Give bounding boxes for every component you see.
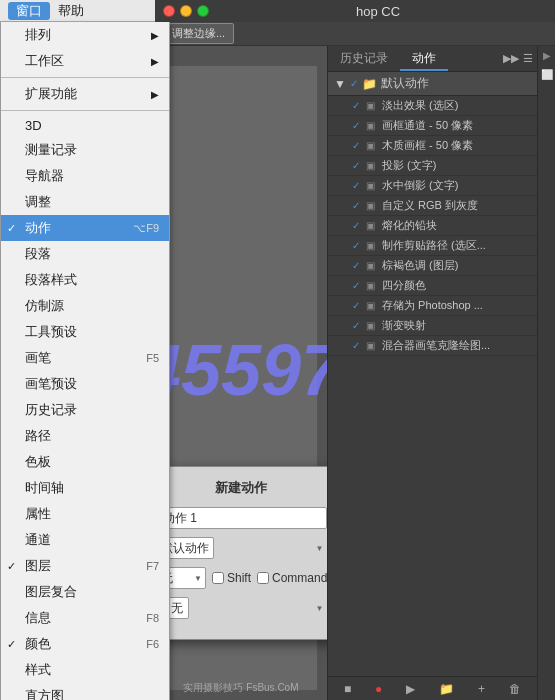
menu-item-色板[interactable]: 色板 [1,449,169,475]
action-type-icon: ▣ [366,320,382,331]
menu-item-画笔[interactable]: 画笔F5 [1,345,169,371]
action-item[interactable]: ✓▣渐变映射 [328,316,537,336]
menu-item-label: 信息 [25,609,51,627]
tab-actions[interactable]: 动作 [400,46,448,71]
action-name-label: 棕褐色调 (图层) [382,258,531,273]
action-item[interactable]: ✓▣木质画框 - 50 像素 [328,136,537,156]
menu-item-扩展功能[interactable]: 扩展功能▶ [1,81,169,107]
command-label: Command [272,571,327,585]
menu-item-3D[interactable]: 3D [1,114,169,137]
action-item[interactable]: ✓▣棕褐色调 (图层) [328,256,537,276]
action-type-icon: ▣ [366,240,382,251]
action-item[interactable]: ✓▣四分颜色 [328,276,537,296]
action-type-icon: ▣ [366,200,382,211]
actions-group-name: 默认动作 [381,75,429,92]
menu-item-label: 工具预设 [25,323,77,341]
close-button[interactable] [163,5,175,17]
menu-item-样式[interactable]: 样式 [1,657,169,683]
action-item[interactable]: ✓▣投影 (文字) [328,156,537,176]
action-item[interactable]: ✓▣熔化的铅块 [328,216,537,236]
action-check-icon: ✓ [352,180,366,191]
menu-item-label: 仿制源 [25,297,64,315]
stop-btn[interactable]: ■ [340,680,355,698]
menu-item-label: 属性 [25,505,51,523]
menu-item-路径[interactable]: 路径 [1,423,169,449]
shift-checkbox-label[interactable]: Shift [212,571,251,585]
command-checkbox[interactable] [257,572,269,584]
action-type-icon: ▣ [366,300,382,311]
submenu-arrow-icon: ▶ [151,56,159,67]
action-check-icon: ✓ [352,100,366,111]
action-type-icon: ▣ [366,100,382,111]
menu-item-测量记录[interactable]: 测量记录 [1,137,169,163]
menu-item-工具预设[interactable]: 工具预设 [1,319,169,345]
action-check-icon: ✓ [352,120,366,131]
menu-item-画笔预设[interactable]: 画笔预设 [1,371,169,397]
menu-item-label: 色板 [25,453,51,471]
menu-item-段落[interactable]: 段落 [1,241,169,267]
menu-window[interactable]: 窗口 [8,2,50,20]
panel-menu-icon[interactable]: ☰ [523,52,533,65]
menu-item-直方图[interactable]: 直方图 [1,683,169,700]
name-input[interactable] [156,507,327,529]
strip-icon-2[interactable]: ⬜ [541,69,553,80]
delete-btn[interactable]: 🗑 [505,680,525,698]
new-set-btn[interactable]: 📁 [435,680,458,698]
action-check-icon: ✓ [352,220,366,231]
shift-checkbox[interactable] [212,572,224,584]
menu-item-时间轴[interactable]: 时间轴 [1,475,169,501]
action-check-icon: ✓ [352,260,366,271]
action-check-icon: ✓ [352,200,366,211]
action-item[interactable]: ✓▣自定义 RGB 到灰度 [328,196,537,216]
tab-history[interactable]: 历史记录 [328,46,400,71]
action-type-icon: ▣ [366,340,382,351]
action-type-icon: ▣ [366,260,382,271]
action-item[interactable]: ✓▣混合器画笔克隆绘图... [328,336,537,356]
menu-item-历史记录[interactable]: 历史记录 [1,397,169,423]
menu-item-工作区[interactable]: 工作区▶ [1,48,169,74]
refine-edge-button[interactable]: 调整边缘... [163,23,234,44]
bottom-credit-text: 实用摄影技巧 FsBus.CoM [183,681,298,695]
dialog-fields: 名称： 组： 默认动作 [155,507,327,627]
command-checkbox-label[interactable]: Command [257,571,327,585]
action-name-label: 水中倒影 (文字) [382,178,531,193]
right-panel: 历史记录 动作 ▶▶ ☰ ▼ ✓ 📁 默认动作 ✓▣淡出效果 (选区)✓▣画框通… [327,46,537,700]
menu-item-段落样式[interactable]: 段落样式 [1,267,169,293]
menu-item-颜色[interactable]: 颜色F6 [1,631,169,657]
record-panel-btn[interactable]: ● [371,680,386,698]
play-btn[interactable]: ▶ [402,680,419,698]
menu-item-label: 图层复合 [25,583,77,601]
actions-group-check: ✓ [350,78,358,89]
menu-item-排列[interactable]: 排列▶ [1,22,169,48]
minimize-button[interactable] [180,5,192,17]
menu-item-图层复合[interactable]: 图层复合 [1,579,169,605]
window-dropdown-menu: 排列▶工作区▶扩展功能▶3D测量记录导航器调整动作⌥F9段落段落样式仿制源工具预… [0,22,170,700]
action-item[interactable]: ✓▣存储为 Photoshop ... [328,296,537,316]
color-row: 颜色： × 无 [155,597,327,619]
menu-item-shortcut: F5 [146,352,159,364]
menu-help[interactable]: 帮助 [50,2,92,20]
action-name-label: 渐变映射 [382,318,531,333]
menu-item-动作[interactable]: 动作⌥F9 [1,215,169,241]
menu-item-属性[interactable]: 属性 [1,501,169,527]
action-item[interactable]: ✓▣画框通道 - 50 像素 [328,116,537,136]
action-item[interactable]: ✓▣淡出效果 (选区) [328,96,537,116]
menu-item-仿制源[interactable]: 仿制源 [1,293,169,319]
strip-play-icon[interactable]: ▶ [543,50,551,61]
menu-item-通道[interactable]: 通道 [1,527,169,553]
menu-item-图层[interactable]: 图层F7 [1,553,169,579]
panel-toolbar: ■ ● ▶ 📁 + 🗑 [328,676,537,700]
action-name-label: 淡出效果 (选区) [382,98,531,113]
maximize-button[interactable] [197,5,209,17]
menu-item-调整[interactable]: 调整 [1,189,169,215]
action-type-icon: ▣ [366,120,382,131]
menu-item-导航器[interactable]: 导航器 [1,163,169,189]
menu-item-label: 导航器 [25,167,64,185]
menu-item-信息[interactable]: 信息F8 [1,605,169,631]
new-action-btn[interactable]: + [474,680,489,698]
menu-item-label: 路径 [25,427,51,445]
action-item[interactable]: ✓▣制作剪贴路径 (选区... [328,236,537,256]
action-item[interactable]: ✓▣水中倒影 (文字) [328,176,537,196]
ps-title-bar: hop CC [155,0,555,22]
panel-arrow-icon[interactable]: ▶▶ [503,52,519,65]
